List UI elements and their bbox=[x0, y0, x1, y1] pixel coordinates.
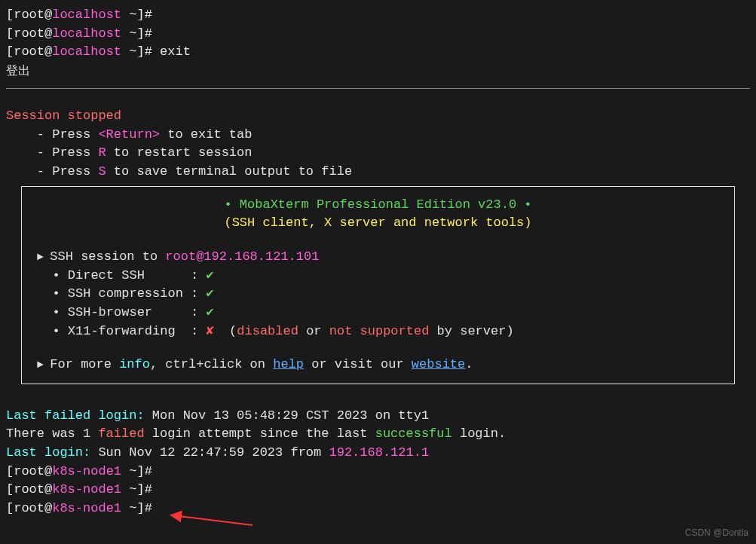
mobaxterm-info-box: • MobaXterm Professional Edition v23.0 •… bbox=[21, 186, 735, 384]
ssh-direct: Direct SSH : ✔ bbox=[37, 267, 719, 286]
prompt-line-exit: [root@localhost ~]# exit bbox=[6, 43, 750, 62]
instruction-save: - Press S to save terminal output to fil… bbox=[6, 163, 750, 182]
ssh-compression: SSH compression : ✔ bbox=[37, 285, 719, 304]
help-link[interactable]: help bbox=[273, 357, 304, 371]
box-subtitle: (SSH client, X server and network tools) bbox=[37, 214, 719, 233]
horizontal-rule bbox=[6, 88, 750, 89]
x11-forwarding: X11-forwarding : ✘ (disabled or not supp… bbox=[37, 322, 719, 341]
prompt-line-k8s: [root@k8s-node1 ~]# bbox=[6, 481, 750, 500]
terminal-output[interactable]: [root@localhost ~]# [root@localhost ~]# … bbox=[6, 6, 750, 518]
prompt-line-k8s: [root@k8s-node1 ~]# bbox=[6, 500, 750, 518]
prompt-line: [root@localhost ~]# bbox=[6, 25, 750, 44]
instruction-return: - Press <Return> to exit tab bbox=[6, 126, 750, 145]
logout-text: 登出 bbox=[6, 62, 750, 79]
prompt-line: [root@localhost ~]# bbox=[6, 6, 750, 25]
box-title: • MobaXterm Professional Edition v23.0 • bbox=[37, 196, 719, 215]
check-icon: ✔ bbox=[206, 305, 213, 319]
ssh-session-line: SSH session to root@192.168.121.101 bbox=[37, 248, 719, 267]
check-icon: ✔ bbox=[206, 268, 213, 283]
last-failed-login: Last failed login: Mon Nov 13 05:48:29 C… bbox=[6, 407, 750, 426]
more-info-line: For more info, ctrl+click on help or vis… bbox=[37, 356, 719, 374]
check-icon: ✔ bbox=[206, 286, 213, 301]
instruction-restart: - Press R to restart session bbox=[6, 144, 750, 163]
prompt-line-k8s: [root@k8s-node1 ~]# bbox=[6, 463, 750, 481]
failed-attempt: There was 1 failed login attempt since t… bbox=[6, 425, 750, 444]
ssh-browser: SSH-browser : ✔ bbox=[37, 304, 719, 322]
website-link[interactable]: website bbox=[412, 357, 465, 371]
watermark: CSDN @Dontla bbox=[685, 527, 748, 539]
cross-icon: ✘ bbox=[206, 324, 213, 338]
session-stopped-label: Session stopped bbox=[6, 107, 750, 126]
last-login: Last login: Sun Nov 12 22:47:59 2023 fro… bbox=[6, 444, 750, 463]
